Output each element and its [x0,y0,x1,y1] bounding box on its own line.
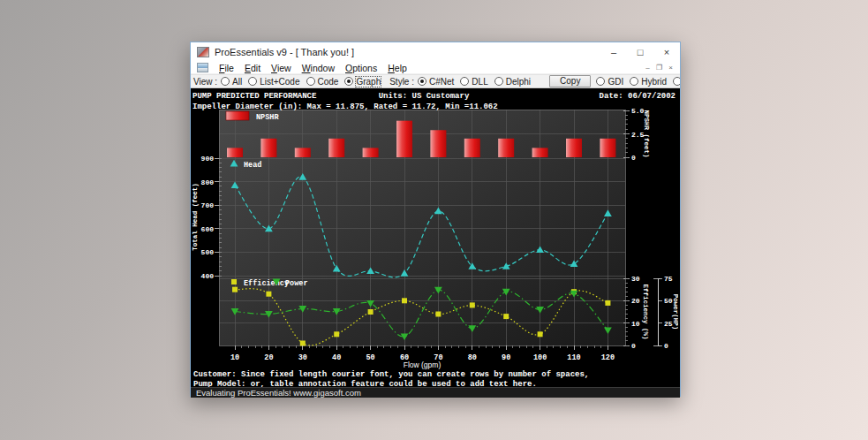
menu-item-options[interactable]: Options [340,63,382,73]
svg-text:10: 10 [631,320,640,328]
bar [532,148,548,157]
bar [464,139,480,157]
mdi-child-icon[interactable] [197,63,208,72]
menu-item-file[interactable]: File [214,63,239,73]
radio-icon [494,77,503,86]
svg-text:500: 500 [201,248,215,256]
svg-text:120: 120 [601,353,615,362]
svg-text:30: 30 [298,353,307,362]
svg-text:Date: 06/07/2002: Date: 06/07/2002 [600,92,676,101]
chart-canvas: 40050060070080090002.55.0010203002550751… [191,88,678,387]
svg-text:30: 30 [631,275,640,283]
radio-icon [460,77,469,86]
bar [328,139,344,157]
option-label: GDI [608,77,623,87]
radio-icon [221,77,230,86]
menu-item-window[interactable]: Window [297,63,340,73]
menu-item-view[interactable]: View [266,63,297,73]
menu-bar: FileEditViewWindowOptionsHelp – ❐ × [191,62,680,74]
radio-hybrid[interactable]: Hybrid [630,77,667,87]
mdi-minimize-button[interactable]: – [642,63,653,72]
radio-icon [630,77,638,86]
svg-text:Customer: Since fixed length: Customer: Since fixed length courier fon… [193,370,589,379]
copy-button[interactable]: Copy [549,75,591,87]
radio-graph[interactable]: Graph [344,77,381,87]
option-label: Hybrid [641,77,667,87]
svg-text:75: 75 [664,275,673,283]
svg-text:100: 100 [533,353,547,362]
svg-text:10: 10 [230,353,239,362]
radio-icon [673,77,680,86]
svg-text:40: 40 [332,353,341,362]
svg-text:25: 25 [664,320,673,328]
bar [430,130,446,157]
close-button[interactable]: × [653,42,680,62]
svg-text:90: 90 [502,353,510,362]
desktop-background: ProEssentials v9 - [ Thank you! ] – □ × … [0,0,868,440]
radio-all[interactable]: All [221,77,242,87]
svg-text:110: 110 [567,353,580,362]
maximize-button[interactable]: □ [627,42,653,62]
menu-items: FileEditViewWindowOptionsHelp [214,63,412,73]
svg-text:400: 400 [201,272,215,280]
bar [498,139,514,157]
radio-c-net[interactable]: C#Net [418,77,454,87]
toolbar: View : AllList+CodeCodeGraph Style : C#N… [191,74,680,88]
svg-text:Efficiency (%): Efficiency (%) [642,284,649,339]
title-bar[interactable]: ProEssentials v9 - [ Thank you! ] – □ × [191,42,680,62]
svg-text:50: 50 [664,297,673,305]
plot-background [219,110,625,345]
svg-text:20: 20 [264,353,273,362]
svg-text:800: 800 [201,178,215,186]
svg-text:Impeller Diameter (in): Max =: Impeller Diameter (in): Max = 11.875, Ra… [192,102,498,111]
svg-text:0: 0 [631,342,636,350]
svg-text:80: 80 [468,353,477,362]
option-label: All [232,77,242,87]
radio-icon [248,77,257,86]
mdi-close-button[interactable]: × [665,63,676,72]
option-label: Delphi [506,77,531,87]
svg-text:PUMP PREDICTED PERFORMANCE: PUMP PREDICTED PERFORMANCE [192,92,317,101]
svg-text:0: 0 [664,342,668,350]
radio-dll[interactable]: DLL [460,77,487,87]
option-label: List+Code [260,77,299,87]
menu-item-help[interactable]: Help [382,63,412,73]
radio-icon [344,77,353,86]
option-label: Graph [356,77,381,87]
status-text: Evaluating ProEssentials! www.gigasoft.c… [196,388,361,398]
status-bar: Evaluating ProEssentials! www.gigasoft.c… [191,387,680,398]
svg-text:700: 700 [201,201,215,209]
radio-list-code[interactable]: List+Code [248,77,299,87]
bar [566,139,582,157]
app-window: ProEssentials v9 - [ Thank you! ] – □ × … [190,42,681,397]
svg-text:600: 600 [201,225,215,233]
radio-icon [596,77,605,86]
radio-delphi[interactable]: Delphi [494,77,531,87]
svg-text:Power: Power [285,279,308,288]
svg-text:Units: US Customary: Units: US Customary [379,92,470,101]
radio-code[interactable]: Code [306,77,339,87]
menu-item-edit[interactable]: Edit [239,63,266,73]
radio-icon [418,77,426,86]
bar [260,139,276,157]
style-radio-group: C#NetDLLDelphi [418,77,537,87]
view-group-label: View : [193,77,217,87]
bar [396,121,412,157]
minimize-button[interactable]: – [600,42,627,62]
svg-text:Flow (gpm): Flow (gpm) [404,360,442,369]
radio-gdi[interactable]: GDI [596,77,623,87]
view-radio-group: AllList+CodeCodeGraph [221,77,387,87]
mdi-restore-button[interactable]: ❐ [653,63,665,72]
window-title: ProEssentials v9 - [ Thank you! ] [215,47,600,57]
svg-text:Efficiency: Efficiency [244,279,289,288]
svg-text:Power(HP): Power(HP) [672,294,678,330]
bar [227,148,243,157]
app-icon [197,47,209,57]
radio-icon [306,77,315,86]
svg-text:NPSHR: NPSHR [256,113,279,122]
svg-text:Pump Model: or, table annotat: Pump Model: or, table annotation feature… [193,380,537,387]
bar [600,139,615,157]
render-radio-group: GDIHybridGDI+2DX3DX [596,77,680,87]
radio-gdi-[interactable]: GDI+ [673,77,680,87]
bar [363,148,379,157]
